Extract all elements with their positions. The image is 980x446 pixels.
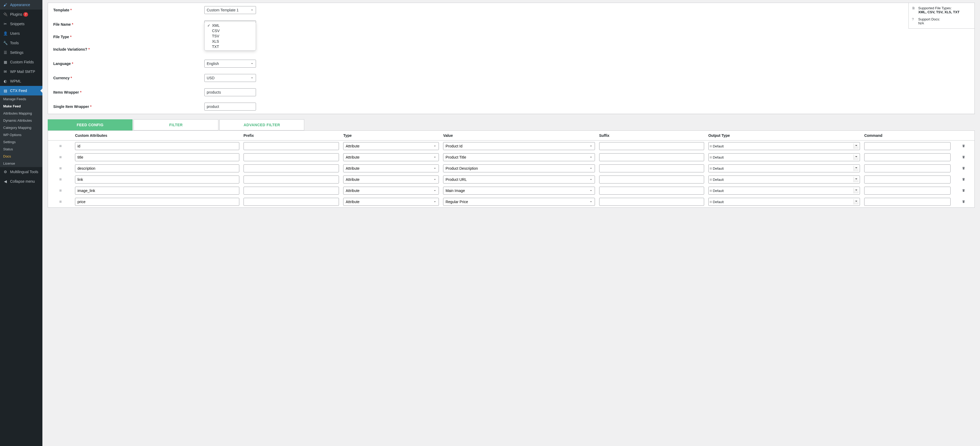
input-command[interactable] [864,142,950,150]
submenu-item-status[interactable]: Status [0,146,42,153]
select-output-type[interactable]: Default [708,187,860,194]
input-command[interactable] [864,187,950,194]
select-type[interactable]: Attribute [343,164,439,172]
label-language: Language * [53,62,204,66]
grid-icon: ▦ [3,59,8,65]
select-type[interactable]: Attribute [343,142,439,150]
table-row: ≡ Attribute Product URL Default [48,174,974,185]
select-value[interactable]: Product Description [443,164,595,172]
input-custom-attribute[interactable] [75,164,239,172]
submenu-item-dynamic-attributes[interactable]: Dynamic Attributes [0,117,42,124]
sidebar-item-collapse-menu[interactable]: ◀ Collapse menu [0,177,42,186]
select-value[interactable]: Product URL [443,175,595,183]
sidebar-item-label: Settings [10,50,24,55]
input-custom-attribute[interactable] [75,153,239,161]
input-suffix[interactable] [599,153,704,161]
select-value[interactable]: Product Title [443,153,595,161]
config-tabs: FEED CONFIG FILTER ADVANCED FILTER [48,119,975,131]
submenu-item-wp-options[interactable]: WP Options [0,131,42,139]
input-custom-attribute[interactable] [75,175,239,183]
submenu-item-attributes-mapping[interactable]: Attributes Mapping [0,110,42,117]
input-custom-attribute[interactable] [75,142,239,150]
submenu-item-category-mapping[interactable]: Category Mapping [0,124,42,131]
drag-handle-icon[interactable]: ≡ [48,196,73,207]
sidebar-item-ctx-feed[interactable]: ▤ CTX Feed [0,86,42,96]
collapse-icon: ◀ [3,179,8,184]
select-output-type[interactable]: Default [708,142,860,150]
sidebar-item-tools[interactable]: 🔧 Tools [0,38,42,48]
select-currency[interactable]: USD [204,74,256,82]
submenu-item-settings[interactable]: Settings [0,139,42,146]
input-items-wrapper[interactable] [204,88,256,96]
input-prefix[interactable] [243,153,339,161]
delete-row-icon[interactable] [953,174,974,185]
select-template[interactable]: Custom Template 1 [204,6,256,14]
input-prefix[interactable] [243,198,339,206]
sidebar-item-appearance[interactable]: 🖌 Appearance [0,0,42,10]
submenu-item-license[interactable]: License [0,160,42,167]
input-suffix[interactable] [599,187,704,194]
file-type-option-xml[interactable]: XML [205,23,256,28]
select-value[interactable]: Regular Price [443,198,595,206]
submenu-item-docs[interactable]: Docs [0,153,42,160]
select-output-type[interactable]: Default [708,198,860,206]
delete-row-icon[interactable] [953,196,974,207]
file-type-option-xls[interactable]: XLS [205,39,256,44]
select-type[interactable]: Attribute [343,175,439,183]
sidebar-item-plugins[interactable]: 🔌 Plugins 7 [0,10,42,19]
input-prefix[interactable] [243,175,339,183]
drag-handle-icon[interactable]: ≡ [48,163,73,174]
select-type[interactable]: Attribute [343,198,439,206]
input-suffix[interactable] [599,198,704,206]
sidebar-item-settings[interactable]: ☰ Settings [0,48,42,57]
input-suffix[interactable] [599,175,704,183]
select-value[interactable]: Main Image [443,187,595,194]
select-type[interactable]: Attribute [343,187,439,194]
table-row: ≡ Attribute Product Description Default [48,163,974,174]
drag-handle-icon[interactable]: ≡ [48,152,73,163]
select-output-type[interactable]: Default [708,153,860,161]
select-type[interactable]: Attribute [343,153,439,161]
sidebar-item-label: Plugins [10,12,22,16]
delete-row-icon[interactable] [953,140,974,152]
select-output-type[interactable]: Default [708,164,860,172]
input-custom-attribute[interactable] [75,198,239,206]
select-language[interactable]: English [204,60,256,68]
file-type-option-tsv[interactable]: TSV [205,33,256,39]
input-prefix[interactable] [243,142,339,150]
tab-filter[interactable]: FILTER [134,119,218,131]
info-docs-value: N/A [918,21,940,25]
input-custom-attribute[interactable] [75,187,239,194]
sidebar-item-custom-fields[interactable]: ▦ Custom Fields [0,57,42,67]
delete-row-icon[interactable] [953,152,974,163]
sidebar-item-multilingual-tools[interactable]: ⚙ Multilingual Tools [0,167,42,177]
sidebar-item-users[interactable]: 👤 Users [0,29,42,38]
drag-handle-icon[interactable]: ≡ [48,185,73,196]
drag-handle-icon[interactable]: ≡ [48,174,73,185]
file-type-option-csv[interactable]: CSV [205,28,256,33]
delete-row-icon[interactable] [953,185,974,196]
input-command[interactable] [864,164,950,172]
submenu-item-make-feed[interactable]: Make Feed [0,103,42,110]
input-single-item-wrapper[interactable] [204,103,256,111]
sidebar-item-label: Multilingual Tools [10,170,38,174]
drag-handle-icon[interactable]: ≡ [48,140,73,152]
input-suffix[interactable] [599,164,704,172]
input-command[interactable] [864,153,950,161]
input-suffix[interactable] [599,142,704,150]
select-output-type[interactable]: Default [708,175,860,183]
file-type-option-txt[interactable]: TXT [205,44,256,49]
delete-row-icon[interactable] [953,163,974,174]
sidebar-item-wpml[interactable]: ◐ WPML [0,76,42,86]
sidebar-item-snippets[interactable]: ✂ Snippets [0,19,42,29]
input-prefix[interactable] [243,164,339,172]
sidebar-item-wp-mail-smtp[interactable]: ✉ WP Mail SMTP [0,67,42,76]
input-prefix[interactable] [243,187,339,194]
select-value[interactable]: Product Id [443,142,595,150]
tab-feed-config[interactable]: FEED CONFIG [48,119,132,131]
globe-icon: ◐ [3,78,8,84]
submenu-item-manage-feeds[interactable]: Manage Feeds [0,96,42,103]
tab-advanced-filter[interactable]: ADVANCED FILTER [220,119,304,131]
input-command[interactable] [864,175,950,183]
input-command[interactable] [864,198,950,206]
